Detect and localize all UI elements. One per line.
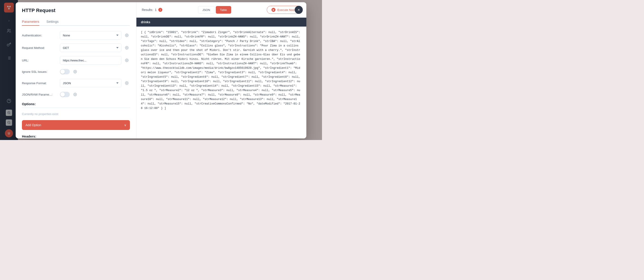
ignore-ssl-toggle-knob	[60, 69, 65, 74]
request-method-control: GET POST PUT DELETE	[60, 43, 130, 52]
right-panel-header: Results: 1 i JSON Table ▶ Execute Node	[136, 2, 306, 18]
modal-title: HTTP Request	[22, 7, 130, 13]
request-method-gear-icon[interactable]	[124, 45, 130, 51]
authentication-select[interactable]: None	[60, 31, 122, 39]
svg-point-24	[126, 47, 127, 48]
results-table-name: drinks	[136, 18, 306, 26]
table-view-button[interactable]: Table	[216, 6, 231, 14]
response-format-label: Response Format:	[22, 82, 60, 85]
request-method-row: Request Method: GET POST PUT DELETE	[22, 43, 130, 52]
ignore-ssl-label: Ignore SSL Issues:	[22, 70, 60, 73]
response-format-select[interactable]: JSON XML Text	[60, 79, 122, 87]
request-method-label: Request Method:	[22, 46, 60, 50]
url-row: URL:	[22, 56, 130, 65]
authentication-label: Authentication:	[22, 34, 60, 37]
ignore-ssl-row: Ignore SSL Issues:	[22, 69, 130, 75]
form-content: Authentication: None	[16, 31, 136, 98]
modal-overlay: × HTTP Request Parameters Settings Authe…	[0, 0, 322, 140]
options-section: Options: Currently no properties exist A…	[16, 102, 136, 130]
options-section-title: Options:	[16, 102, 136, 106]
right-panel: Results: 1 i JSON Table ▶ Execute Node d…	[136, 2, 306, 139]
execute-play-icon: ▶	[272, 8, 276, 12]
results-label: Results: 1 i	[142, 8, 162, 12]
results-info-icon[interactable]: i	[158, 8, 162, 12]
json-raw-params-toggle-knob	[60, 92, 65, 97]
results-text: Results:	[142, 8, 153, 12]
svg-point-25	[126, 60, 127, 61]
svg-point-23	[126, 35, 127, 36]
json-raw-params-control	[60, 91, 130, 98]
response-format-gear-icon[interactable]	[124, 80, 130, 86]
svg-point-26	[75, 71, 76, 72]
svg-point-27	[126, 83, 127, 84]
url-gear-icon[interactable]	[124, 57, 130, 63]
headers-section: Headers: Currently no items exist Add He…	[16, 135, 136, 139]
url-control	[60, 56, 130, 65]
execute-label: Execute Node	[277, 8, 296, 12]
results-count: 1	[155, 8, 157, 12]
ignore-ssl-gear-icon[interactable]	[72, 69, 78, 75]
url-input[interactable]	[60, 56, 122, 65]
tab-settings[interactable]: Settings	[46, 18, 58, 26]
url-label: URL:	[22, 59, 60, 62]
authentication-gear-icon[interactable]	[124, 32, 130, 38]
svg-point-28	[75, 94, 76, 95]
json-raw-params-row: JSON/RAW Parame...:	[22, 91, 130, 98]
options-empty-text: Currently no properties exist	[16, 111, 136, 118]
json-content[interactable]: [ { "idDrink": "15801", "strDrink": "Zim…	[136, 26, 306, 139]
json-raw-params-gear-icon[interactable]	[72, 91, 78, 98]
tab-parameters[interactable]: Parameters	[22, 18, 39, 26]
request-method-select[interactable]: GET POST PUT DELETE	[60, 43, 122, 52]
ignore-ssl-control	[60, 69, 130, 75]
add-option-chevron: ∨	[124, 123, 126, 127]
response-format-row: Response Format: JSON XML Text	[22, 79, 130, 87]
view-toggle: JSON Table	[198, 6, 231, 14]
headers-section-title: Headers:	[16, 135, 136, 138]
modal-header: HTTP Request Parameters Settings	[16, 2, 136, 26]
json-view-button[interactable]: JSON	[198, 6, 214, 14]
add-option-label: Add Option	[26, 123, 41, 127]
authentication-row: Authentication: None	[22, 31, 130, 39]
authentication-control: None	[60, 31, 130, 39]
options-divider	[22, 108, 130, 108]
modal: × HTTP Request Parameters Settings Authe…	[16, 2, 306, 139]
tabs-container: Parameters Settings	[22, 18, 130, 26]
json-raw-params-label: JSON/RAW Parame...:	[22, 93, 60, 96]
close-button[interactable]: ×	[295, 6, 303, 14]
add-option-button[interactable]: Add Option ∨	[22, 120, 130, 130]
left-panel: HTTP Request Parameters Settings Authent…	[16, 2, 136, 139]
ignore-ssl-toggle[interactable]	[60, 69, 70, 74]
response-format-control: JSON XML Text	[60, 79, 130, 87]
json-raw-params-toggle[interactable]	[60, 92, 70, 97]
